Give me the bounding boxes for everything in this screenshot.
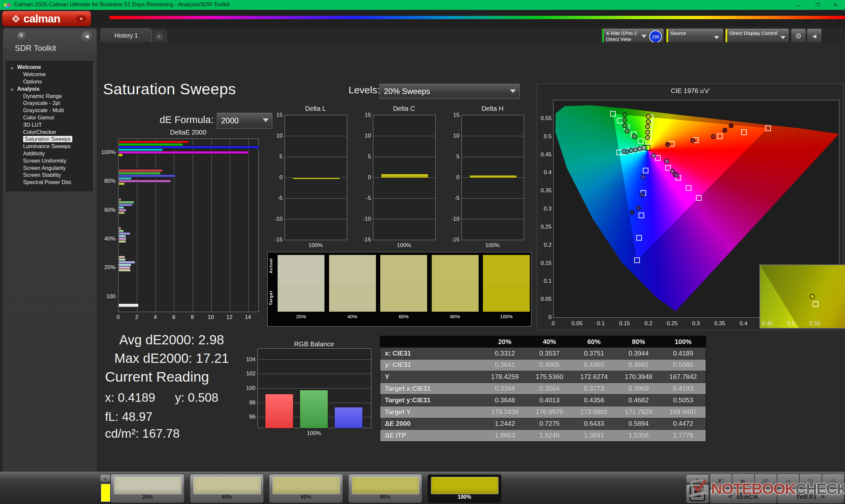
gear-icon: ⚙ (795, 32, 802, 40)
tool-button-play-icon[interactable]: ▶ (732, 474, 755, 488)
meter-name: X-Rite i1Pro 2 (606, 30, 637, 36)
table-col-header: 20% (482, 338, 527, 346)
cie-ylabel: 0.05 (538, 296, 551, 303)
deltae-xlabel: 10 (206, 314, 215, 321)
patch-chip (431, 477, 498, 494)
cie-zoom-inset (759, 265, 845, 328)
sidebar-item-screen-uniformity[interactable]: Screen Uniformity (5, 157, 93, 164)
pattern-window-icon (689, 486, 705, 501)
deltae-ylabel: 20% (96, 264, 116, 271)
gridline (211, 139, 212, 312)
pattern-popup-button[interactable]: ▲ (686, 474, 709, 484)
measured-point (690, 138, 696, 143)
display-control-dropdown[interactable]: Direct Display Control (725, 29, 789, 44)
sidebar-item-label: 3D LUT (23, 122, 42, 128)
row-label: Target y:CIE31 (380, 396, 482, 404)
tree-expander-icon[interactable]: ◢ (11, 66, 13, 69)
patch-popup-button[interactable]: ▲ (100, 475, 110, 482)
chevron-down-icon (714, 36, 719, 39)
sidebar-item-grayscale-2pt[interactable]: Grayscale - 2pt (5, 100, 93, 107)
minimize-button[interactable]: — (790, 0, 805, 10)
tool-button-target-icon[interactable]: ◎ (822, 474, 844, 488)
cie-xlabel: 0.4 (736, 320, 752, 327)
sidebar-item-label: Luminance Sweeps (23, 143, 71, 149)
sidebar-item-luminance-sweeps[interactable]: Luminance Sweeps (5, 143, 93, 150)
cell-value: 0.3564 (527, 385, 572, 393)
measured-point (637, 146, 642, 151)
sidebar-item-screen-angularity[interactable]: Screen Angularity (5, 164, 93, 172)
restore-button[interactable]: ❐ (810, 0, 825, 10)
cell-value: 1.2442 (482, 420, 527, 428)
cell-value: 1.8663 (482, 432, 527, 439)
tool-button-refresh-icon[interactable]: ↻ (799, 474, 822, 488)
meter-mode: Direct View (606, 36, 631, 42)
sidebar-collapse-button[interactable]: ◀ (82, 31, 92, 41)
tree-expander-icon[interactable]: ◢ (11, 87, 13, 91)
sidebar-item-analysis[interactable]: ◢Analysis (5, 85, 93, 92)
patch-button-60%[interactable]: 60% (269, 474, 343, 503)
sidebar-item-options[interactable]: Options (5, 78, 93, 86)
patch-button-100%[interactable]: 100% (427, 474, 501, 503)
pattern-window-button[interactable] (686, 484, 709, 503)
sidebar-pin-icon[interactable] (17, 32, 27, 41)
patch-button-20%[interactable]: 20% (110, 474, 184, 503)
chevron-down-icon (780, 36, 786, 39)
sidebar-item-welcome[interactable]: Welcome (5, 71, 93, 78)
measured-point (646, 119, 651, 124)
patch-button-80%[interactable]: 80% (348, 474, 422, 503)
sidebar-item-dynamic-range[interactable]: Dynamic Range (5, 92, 93, 100)
close-button[interactable]: ✕ (828, 0, 843, 10)
tool-button-chart-icon[interactable]: ◧ (710, 474, 732, 488)
table-row: ΔE 20001.24420.72750.64330.58940.4472 (380, 418, 706, 430)
cie-xlabel: 0.3 (688, 320, 704, 327)
delta-ylabel: 5 (358, 154, 371, 160)
sidebar-item-screen-stability[interactable]: Screen Stability (5, 172, 93, 179)
source-label: Source (670, 30, 686, 36)
sidebar-item-welcome[interactable]: ◢Welcome (5, 64, 93, 71)
tab-history-1[interactable]: History 1 (101, 29, 152, 42)
collapse-toolbar-button[interactable]: ◀ (807, 29, 822, 44)
levels-select[interactable]: 20% Sweeps (380, 84, 520, 99)
gridline (285, 198, 347, 199)
cell-value: 178.4259 (482, 373, 527, 381)
sidebar-item-color-gamut[interactable]: Color Gamut (5, 114, 93, 121)
sidebar-item-grayscale-multi[interactable]: Grayscale - Multi (5, 107, 93, 114)
cell-value: 0.4365 (572, 361, 616, 369)
meter-status-stripe (602, 29, 604, 43)
tool-button-meter-icon[interactable]: ∞ (777, 474, 799, 488)
current-patch-chip[interactable] (101, 484, 110, 502)
next-button[interactable]: Next » (777, 488, 844, 504)
cie-xlabel: 0.55 (807, 320, 823, 327)
measured-point (621, 149, 627, 154)
sidebar-item-3d-lut[interactable]: 3D LUT (5, 121, 93, 128)
swatch-actual (432, 255, 479, 283)
patch-chip (352, 477, 419, 494)
sidebar-item-colorchecker[interactable]: ColorChecker (5, 128, 93, 136)
cell-value: 175.5360 (527, 373, 572, 381)
delta-ylabel: 5 (269, 154, 283, 160)
patch-button-40%[interactable]: 40% (190, 474, 264, 503)
cie-ylabel: 0.45 (538, 151, 551, 158)
logo-dropdown-arrow-icon[interactable]: ▼ (76, 15, 86, 22)
measured-point (625, 129, 630, 133)
measured-point (632, 134, 637, 139)
source-dropdown[interactable]: Source (666, 29, 723, 44)
swatch-target (278, 283, 324, 312)
table-row: x: CIE310.33120.35370.37510.39440.4189 (380, 347, 706, 359)
deltae-chart (118, 139, 259, 312)
spectrum-strip (110, 16, 845, 19)
settings-button[interactable]: ⚙ (791, 29, 806, 44)
cell-value: 0.3641 (482, 361, 527, 369)
sidebar-item-additivity[interactable]: Additivity (5, 150, 93, 157)
meter-dropdown[interactable]: X-Rite i1Pro 2 Direct View 236 (602, 29, 664, 44)
deltae-chart-title: DeltaE 2000 (118, 129, 258, 136)
rgb-ylabel: 102 (242, 371, 256, 377)
sidebar-item-saturation-sweeps[interactable]: Saturation Sweeps (5, 136, 93, 143)
calman-menu-button[interactable]: calman ▼ (2, 11, 91, 26)
tool-button-histogram-icon[interactable]: ▥ (755, 474, 777, 488)
de-formula-select[interactable]: 2000 (217, 113, 272, 129)
back-button[interactable]: « Back (710, 488, 777, 504)
add-tab-button[interactable]: + (152, 30, 167, 42)
sidebar-item-spectral-power-dist-[interactable]: Spectral Power Dist. (5, 179, 93, 186)
histogram-icon: ▥ (763, 477, 769, 485)
